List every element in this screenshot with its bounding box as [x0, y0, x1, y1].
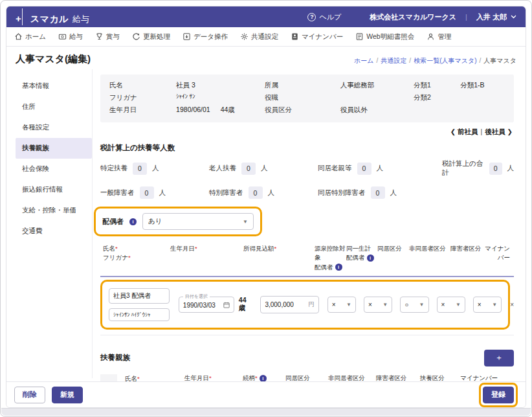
breadcrumb: ホーム/共通設定/検索一覧(人事マスタ)/人事マスタ [354, 56, 516, 65]
nav-mynumber[interactable]: マイナンバー [291, 32, 343, 41]
select-value: ○ [405, 301, 408, 308]
col-header-name: 氏名 [103, 245, 115, 252]
nav-bonus[interactable]: 賞与 [95, 32, 120, 41]
spouse-mynumber-value: × [510, 301, 514, 308]
tax-field-label: 特定扶養 [100, 164, 127, 173]
nav-admin[interactable]: 管理 [427, 32, 451, 41]
nav-update[interactable]: 更新処理 [132, 32, 170, 41]
nav-web-statement[interactable]: Web明細書照会 [355, 32, 414, 41]
spouse-select[interactable]: あり ▼ [142, 213, 254, 230]
col-header-mynumber: マイナンバー [460, 374, 514, 381]
required-mark: * [209, 374, 212, 381]
main-nav: ホーム 給与 賞与 更新処理 データ操作 共通設定 [6, 27, 526, 47]
chevron-down-icon: ▼ [492, 302, 497, 308]
next-employee-chevron-icon[interactable]: ❯ [507, 128, 513, 135]
nav-label: 賞与 [106, 32, 120, 41]
tax-field-label: 同居老親等 [318, 164, 352, 173]
prev-employee-link[interactable]: 前社員 [458, 128, 478, 135]
register-button[interactable]: 登録 [483, 387, 514, 403]
spouse-shougai-select[interactable]: ×▼ [473, 297, 502, 313]
spouse-doukyo-select[interactable]: ○▼ [400, 297, 428, 313]
breadcrumb-home[interactable]: ホーム [354, 57, 373, 64]
sidebar-item-dependents[interactable]: 扶養親族 [16, 138, 92, 159]
yen-unit: 円 [308, 300, 315, 309]
breadcrumb-search-list[interactable]: 検索一覧(人事マスタ) [414, 57, 476, 64]
sidebar-item-address[interactable]: 住所 [16, 96, 92, 117]
breadcrumb-common-settings[interactable]: 共通設定 [381, 57, 406, 64]
employee-birth-value: 1980/06/01 [176, 106, 210, 115]
app-frame: + スマカル 給与 ? ヘルプ 株式会社スマカルワークス | 入井 太郎 [0, 0, 532, 417]
employee-name-label: 氏名 [109, 81, 167, 90]
unit-label: 人 [390, 188, 397, 197]
prev-employee-chevron-icon[interactable]: ❮ [450, 128, 456, 135]
tax-field-value[interactable]: 0 [249, 186, 263, 199]
spouse-select-highlight: 配偶者 i あり ▼ [94, 207, 262, 236]
employee-kana-label: フリガナ [109, 93, 167, 102]
employee-kana-value: ｼｬｲﾝ ｻﾝ [176, 93, 265, 102]
col-header-doukyo: 同居区分 [377, 244, 409, 272]
spouse-row: 社員3 配偶者 ｼｬｲﾝｻﾝ ﾊｲｸﾞｳｼｬ 日付を選択 1990/03/03 [100, 277, 514, 335]
user-menu[interactable]: 入井 太郎 [476, 12, 516, 22]
spouse-birthdate-input[interactable]: 日付を選択 1990/03/03 [179, 297, 234, 313]
employee-officer-value: 役員以外 [340, 106, 414, 115]
help-icon: ? [307, 13, 316, 21]
chevron-down-icon: ▼ [456, 302, 461, 308]
help-link[interactable]: ? ヘルプ [307, 12, 341, 22]
spouse-income-input[interactable]: 3,000,000 円 [260, 296, 318, 313]
spouse-hidoukyo-select[interactable]: ×▼ [437, 297, 465, 313]
spouse-name-input[interactable]: 社員3 配偶者 [109, 288, 170, 304]
sidebar-item-payment-deduction[interactable]: 支給・控除・単価 [16, 200, 92, 221]
sidebar-item-commuting[interactable]: 交通費 [16, 221, 92, 242]
tax-field-value[interactable]: 0 [133, 163, 147, 175]
employee-class2-value [460, 93, 505, 102]
delete-button[interactable]: 削除 [14, 387, 45, 403]
info-icon[interactable]: i [129, 218, 137, 225]
spouse-seikei-select[interactable]: ×▼ [364, 297, 392, 313]
sidebar-item-basic-info[interactable]: 基本情報 [16, 76, 92, 96]
tax-field-value[interactable]: 0 [371, 186, 385, 199]
tax-field-value[interactable]: 0 [241, 163, 256, 175]
refresh-icon [132, 32, 140, 41]
nav-data-ops[interactable]: データ操作 [183, 32, 228, 41]
select-value: × [332, 301, 336, 308]
spouse-birthdate-value: 1990/03/03 [183, 302, 216, 309]
chevron-down-icon [511, 15, 516, 19]
employee-class1-value: 分類1-B [460, 81, 505, 90]
employee-summary-panel: 氏名 社員 3 フリガナ ｼｬｲﾝ ｻﾝ 生年月日 1980/06/0144歳 … [100, 74, 514, 122]
chevron-down-icon: ▼ [243, 219, 248, 225]
trophy-icon [95, 32, 104, 41]
tax-counts-grid: 特定扶養0人 老人扶養0人 同居老親等0人 税計算上の合計0人 一般障害者0人 … [100, 159, 514, 199]
row-handle-column [100, 374, 117, 381]
col-header-seikei: 同一生計 [346, 245, 371, 252]
new-button[interactable]: 新規 [52, 387, 83, 403]
nav-home[interactable]: ホーム [14, 32, 46, 41]
required-mark: * [274, 245, 277, 252]
sidebar-item-bank-transfer[interactable]: 振込銀行情報 [16, 179, 92, 200]
info-icon[interactable]: i [260, 375, 267, 381]
tax-field-label: 同居特別障害者 [318, 188, 366, 197]
next-employee-link[interactable]: 後社員 [485, 128, 505, 135]
tax-field-label: 老人扶養 [209, 164, 236, 173]
info-icon[interactable]: i [367, 254, 374, 262]
window-bottom-strip [1, 408, 531, 416]
register-button-highlight: 登録 [479, 383, 518, 407]
app-logo[interactable]: + スマカル 給与 [16, 8, 89, 25]
logo-subtext: 給与 [72, 14, 89, 25]
nav-common-settings[interactable]: 共通設定 [240, 32, 278, 41]
tax-field-value: 0 [489, 163, 502, 175]
sidebar-item-social-insurance[interactable]: 社会保険 [16, 159, 92, 179]
spouse-gensen-select[interactable]: ×▼ [327, 297, 356, 313]
add-dependent-button[interactable]: ＋ [484, 350, 514, 366]
help-label: ヘルプ [319, 12, 341, 22]
calendar-icon[interactable] [223, 302, 230, 308]
nav-label: Web明細書照会 [366, 32, 414, 41]
sidebar-item-settings[interactable]: 各種設定 [16, 117, 92, 138]
spouse-kana-input[interactable]: ｼｬｲﾝｻﾝ ﾊｲｸﾞｳｼｬ [109, 308, 170, 321]
info-icon[interactable]: i [335, 264, 342, 271]
tax-field-value[interactable]: 0 [140, 186, 154, 199]
nav-payroll[interactable]: 給与 [58, 32, 83, 41]
employee-officer-label: 役員区分 [265, 106, 331, 115]
col-header-birth: 生年月日 [184, 374, 209, 381]
tax-field-value[interactable]: 0 [357, 163, 371, 175]
spouse-table-header: 氏名*フリガナ* 生年月日* 所得見込額* 源泉控除対象配偶者i 同一生計配偶者… [100, 243, 514, 277]
